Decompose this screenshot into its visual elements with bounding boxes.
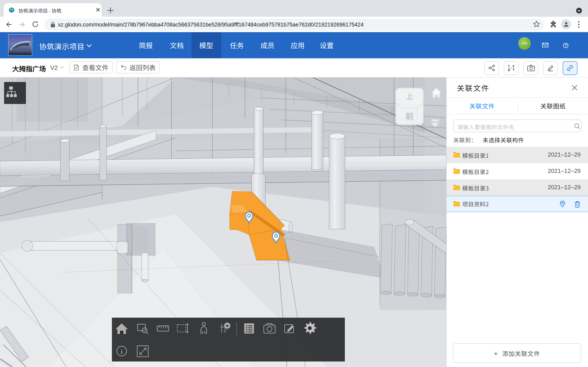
svg-text:上: 上: [406, 91, 413, 101]
svg-text:前: 前: [405, 109, 414, 122]
